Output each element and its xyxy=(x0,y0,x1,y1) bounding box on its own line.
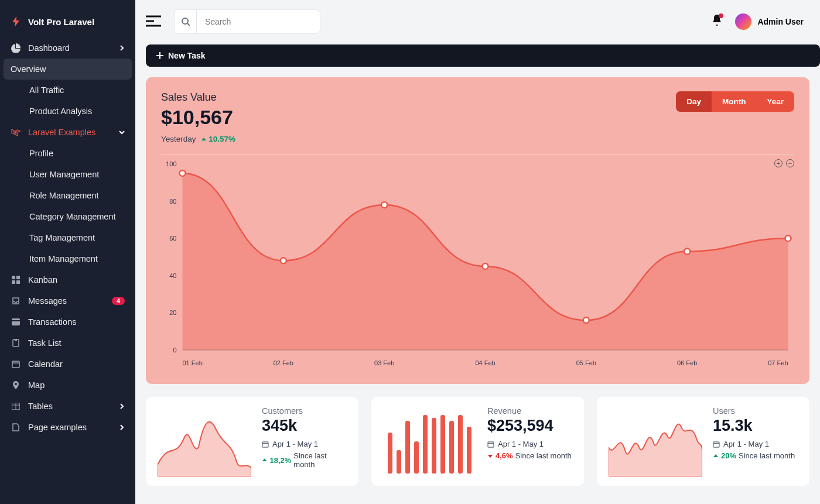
sidebar-item-messages[interactable]: Messages 4 xyxy=(0,290,135,311)
notifications-button[interactable] xyxy=(712,15,722,29)
stat-range: Apr 1 - May 1 xyxy=(487,440,572,448)
sidebar-item-label: Category Management xyxy=(29,212,116,221)
new-task-button[interactable]: New Task xyxy=(146,44,820,67)
stat-delta: 18,2% Since last month xyxy=(262,451,347,469)
period-year[interactable]: Year xyxy=(756,91,794,112)
sidebar-item-product-analysis[interactable]: Product Analysis xyxy=(0,101,135,122)
sparkline xyxy=(158,406,251,476)
y-tick-label: 80 xyxy=(169,198,176,205)
chart-point[interactable] xyxy=(785,235,791,241)
brand[interactable]: Volt Pro Laravel xyxy=(0,11,135,37)
grid-icon xyxy=(11,276,21,284)
sidebar-item-all-traffic[interactable]: All Traffic xyxy=(0,80,135,101)
sparkline xyxy=(383,406,477,476)
svg-rect-4 xyxy=(12,318,20,325)
clipboard-icon xyxy=(11,339,21,347)
caret-down-icon xyxy=(487,453,493,459)
svg-rect-7 xyxy=(15,339,17,341)
sidebar-item-tables[interactable]: Tables xyxy=(0,396,135,417)
sidebar-item-calendar[interactable]: Calendar xyxy=(0,354,135,375)
x-tick-label: 03 Feb xyxy=(374,359,394,366)
sidebar-item-item-management[interactable]: Item Management xyxy=(0,248,135,269)
period-day[interactable]: Day xyxy=(676,91,712,112)
stat-card-customers[interactable]: Customers 345k Apr 1 - May 1 18,2% Since… xyxy=(146,397,358,486)
topbar: Admin User xyxy=(135,0,820,34)
svg-rect-3 xyxy=(16,280,20,284)
svg-rect-27 xyxy=(440,415,445,474)
caret-up-icon xyxy=(201,136,207,142)
chevron-right-icon xyxy=(119,43,125,53)
chart-point[interactable] xyxy=(281,258,286,263)
stat-label: Revenue xyxy=(487,406,572,416)
stat-card-users[interactable]: Users 15.3k Apr 1 - May 1 20% Since last… xyxy=(597,397,809,486)
sidebar-item-transactions[interactable]: Transactions xyxy=(0,311,135,332)
sidebar-toggle-button[interactable] xyxy=(146,15,163,28)
table-icon xyxy=(11,403,21,410)
sidebar: Volt Pro Laravel Dashboard Overview All … xyxy=(0,0,135,504)
chart-point[interactable] xyxy=(483,263,488,269)
bolt-icon xyxy=(11,16,21,27)
y-tick-label: 40 xyxy=(169,272,176,279)
stat-delta: 20% Since last month xyxy=(713,451,795,460)
sidebar-item-page-examples[interactable]: Page examples xyxy=(0,417,135,438)
chart-point[interactable] xyxy=(381,202,387,208)
sidebar-item-profile[interactable]: Profile xyxy=(0,143,135,164)
svg-rect-33 xyxy=(713,442,719,447)
pie-chart-icon xyxy=(11,43,21,53)
sidebar-item-task-list[interactable]: Task List xyxy=(0,332,135,354)
sidebar-item-map[interactable]: Map xyxy=(0,375,135,396)
x-tick-label: 02 Feb xyxy=(274,359,293,366)
sidebar-item-label: Item Management xyxy=(29,254,98,263)
sidebar-item-kanban[interactable]: Kanban xyxy=(0,269,135,290)
sales-sub-label: Yesterday xyxy=(161,135,196,143)
svg-rect-30 xyxy=(467,427,472,474)
x-tick-label: 05 Feb xyxy=(576,359,596,366)
chart-zoom-in-button[interactable]: + xyxy=(774,159,783,167)
calendar-icon xyxy=(11,360,21,368)
chevron-down-icon xyxy=(119,128,125,137)
sidebar-item-laravel-examples[interactable]: Laravel Examples xyxy=(0,122,135,143)
stat-value: 345k xyxy=(262,417,347,435)
period-toggle: Day Month Year xyxy=(676,91,794,112)
avatar xyxy=(735,13,751,30)
laravel-icon xyxy=(11,128,21,137)
sidebar-item-overview[interactable]: Overview xyxy=(4,59,132,80)
sidebar-item-category-management[interactable]: Category Management xyxy=(0,206,135,227)
sidebar-item-role-management[interactable]: Role Management xyxy=(0,185,135,206)
chevron-right-icon xyxy=(119,402,125,411)
sales-title: Sales Value xyxy=(161,91,235,104)
sidebar-item-label: All Traffic xyxy=(29,85,64,95)
page-icon xyxy=(11,423,21,431)
period-month[interactable]: Month xyxy=(712,91,756,112)
search-input[interactable] xyxy=(197,10,320,33)
sales-chart-svg: 02040608010001 Feb02 Feb03 Feb04 Feb05 F… xyxy=(161,160,794,371)
sidebar-item-label: Map xyxy=(28,380,45,390)
svg-rect-28 xyxy=(449,421,454,474)
sidebar-item-label: Calendar xyxy=(28,359,63,369)
inbox-icon xyxy=(11,297,21,305)
stat-label: Users xyxy=(713,406,795,416)
stats-row: Customers 345k Apr 1 - May 1 18,2% Since… xyxy=(146,397,809,486)
chart-point[interactable] xyxy=(684,248,690,254)
sales-value: $10,567 xyxy=(161,106,235,129)
stat-value: 15.3k xyxy=(713,417,795,435)
svg-rect-2 xyxy=(12,280,15,284)
caret-up-icon xyxy=(713,453,719,459)
sidebar-item-user-management[interactable]: User Management xyxy=(0,164,135,185)
stat-delta: 4,6% Since last month xyxy=(487,451,572,460)
search-button[interactable] xyxy=(175,10,197,33)
x-tick-label: 01 Feb xyxy=(183,359,203,366)
sidebar-item-dashboard[interactable]: Dashboard xyxy=(0,37,135,59)
sidebar-item-tag-management[interactable]: Tag Management xyxy=(0,227,135,248)
chart-zoom-out-button[interactable]: − xyxy=(786,159,794,167)
chart-point[interactable] xyxy=(180,170,186,176)
sidebar-item-label: Overview xyxy=(11,64,46,74)
chart-point[interactable] xyxy=(583,317,589,323)
user-menu[interactable]: Admin User xyxy=(735,13,804,30)
stat-card-revenue[interactable]: Revenue $253,594 Apr 1 - May 1 4,6% Sinc… xyxy=(371,397,584,486)
sidebar-item-label: Messages xyxy=(28,296,67,306)
credit-card-icon xyxy=(11,318,21,325)
calendar-icon xyxy=(262,441,269,448)
sidebar-item-label: Role Management xyxy=(29,191,99,200)
sales-chart: + − 02040608010001 Feb02 Feb03 Feb04 Feb… xyxy=(161,154,794,373)
